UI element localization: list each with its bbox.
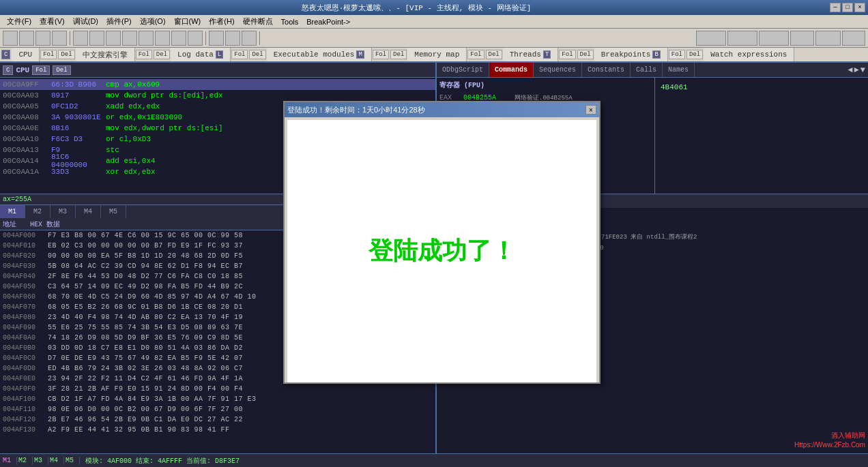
status-tab-m4[interactable]: M4 <box>50 457 64 464</box>
sec-tab-calls[interactable]: Calls <box>631 63 663 77</box>
nav-tab-memory-map[interactable]: Memory map <box>407 48 467 61</box>
toolbar-pause[interactable]: ⏸ <box>19 31 34 46</box>
sec-tab-oddbgscript[interactable]: ODbgScript <box>437 63 489 77</box>
popup-title: 登陆成功！剩余时间：1天0小时41分28秒 <box>287 105 425 115</box>
cpu-c-indicator[interactable]: C <box>1 50 10 59</box>
popup-close-button[interactable]: × <box>585 105 596 115</box>
popup-dialog[interactable]: 登陆成功！剩余时间：1天0小时41分28秒 × 登陆成功了！ <box>283 101 601 384</box>
nav-left-arrow[interactable]: ◄ <box>848 65 852 75</box>
nav-tab-cpu[interactable]: CPU <box>12 48 40 61</box>
menu-item-options[interactable]: 选项(O) <box>136 16 170 27</box>
toolbar-sep-3 <box>259 31 260 45</box>
code-line[interactable]: 00C0A9FF66:3D B906cmp ax,0x609 <box>0 79 435 90</box>
data-row-addr: 004AF050 <box>0 283 48 290</box>
right-toolbar-btn-计算器[interactable]: 计算器 <box>696 31 726 46</box>
menu-item-debug[interactable]: 调试(D) <box>69 16 102 27</box>
menu-item-view[interactable]: 查看(V) <box>35 16 69 27</box>
bottom-tab-m5[interactable]: M5 <box>101 205 126 218</box>
bottom-tab-m2[interactable]: M2 <box>25 205 50 218</box>
nav-tab-log[interactable]: Log dataL <box>171 48 231 61</box>
toolbar-h[interactable]: H <box>171 31 186 46</box>
cpu-del-btn[interactable]: Del <box>53 65 70 75</box>
secondary-tabs: ODbgScriptCommandsSequencesConstantsCall… <box>437 63 868 78</box>
del-btn-4[interactable]: Del <box>390 50 407 59</box>
maximize-button[interactable]: □ <box>842 3 853 12</box>
right-toolbar-btn-截图[interactable]: 截图 <box>842 31 865 46</box>
toolbar-step-out[interactable]: F <box>106 31 121 46</box>
code-addr: 00C0AA10 <box>0 135 51 143</box>
cpu-fol-btn[interactable]: Fol <box>32 65 50 75</box>
nav-tab-breakpoints[interactable]: BreakpointsB <box>594 48 668 61</box>
sec-tab-sequences[interactable]: Sequences <box>534 63 582 77</box>
toolbar-step-over[interactable]: E <box>89 31 104 46</box>
toolbar-run[interactable]: ▶ <box>3 31 18 46</box>
bottom-tab-m1[interactable]: M1 <box>0 205 25 218</box>
right-toolbar-btn-UDD[interactable]: UDD <box>790 31 815 46</box>
menu-item-tools[interactable]: Tools <box>277 17 303 27</box>
data-row: 004AF0F03F 28 21 2B AF F9 E0 15 91 24 8D… <box>0 384 435 394</box>
popup-message: 登陆成功了！ <box>368 235 516 268</box>
watermark: 酒入辅助网 Https://Www.2Fzb.Com <box>794 431 865 450</box>
menu-item-breakpoint[interactable]: BreakPoint-> <box>302 17 354 27</box>
toolbar-c[interactable]: C <box>188 31 203 46</box>
minimize-button[interactable]: ─ <box>830 3 841 12</box>
menu-item-plugins[interactable]: 插件(P) <box>102 16 136 27</box>
close-button[interactable]: × <box>854 3 865 12</box>
toolbar-t[interactable]: T <box>139 31 154 46</box>
status-tab-m2[interactable]: M2 <box>18 457 33 464</box>
fol-btn-5[interactable]: Fol <box>467 50 484 59</box>
code-hex: 8B16 <box>51 124 106 132</box>
data-row-addr: 004AF0E0 <box>0 375 48 382</box>
status-tab-m3[interactable]: M3 <box>34 457 48 464</box>
code-line[interactable]: 00C0AA038917mov dword ptr ds:[edi],edx <box>0 90 435 101</box>
toolbar-m[interactable]: M <box>122 31 137 46</box>
toolbar-restart[interactable]: ↺ <box>35 31 50 46</box>
fol-btn-7[interactable]: Fol <box>669 50 685 59</box>
toolbar-k[interactable]: K <box>209 31 224 46</box>
nav-right-arrow[interactable]: ► <box>854 65 859 75</box>
cpu-indicator[interactable]: C <box>3 65 13 75</box>
toolbar-step-in[interactable]: L <box>73 31 88 46</box>
menu-item-file[interactable]: 文件(F) <box>3 16 35 27</box>
right-toolbar-btn-注册表[interactable]: 注册表 <box>759 31 789 46</box>
menu-item-author[interactable]: 作者(H) <box>205 16 238 27</box>
right-toolbar-btn-记事本[interactable]: 记事本 <box>727 31 757 46</box>
toolbar-close[interactable]: ✕ <box>52 31 67 46</box>
del-btn-5[interactable]: Del <box>486 50 502 59</box>
status-tab-m5[interactable]: M5 <box>66 457 80 464</box>
fol-btn-2[interactable]: Fol <box>136 50 152 59</box>
code-hex: 81C6 04000000 <box>51 153 106 169</box>
status-tab-m1[interactable]: M1 <box>3 457 17 464</box>
menu-item-breakpoints[interactable]: 硬件断点 <box>239 16 277 27</box>
bottom-tab-m4[interactable]: M4 <box>76 205 101 218</box>
nav-tab-zhongwen[interactable]: 中文搜索引擎 <box>76 48 135 61</box>
nav-tab-threads[interactable]: ThreadsT <box>503 48 559 61</box>
toolbar-r[interactable]: R <box>242 31 257 46</box>
fol-btn-3[interactable]: Fol <box>231 50 248 59</box>
sec-tab-constants[interactable]: Constants <box>582 63 631 77</box>
fol-btn-4[interactable]: Fol <box>373 50 389 59</box>
fol-btn-1[interactable]: Fol <box>40 50 57 59</box>
menu-item-window[interactable]: 窗口(W) <box>170 16 205 27</box>
code-hex: F6C3 D3 <box>51 135 106 143</box>
nav-down-arrow[interactable]: ▼ <box>860 65 865 75</box>
right-toolbar-btn-CMD[interactable]: CMD <box>815 31 841 46</box>
nav-tab-exec-modules[interactable]: Executable modulesM <box>267 48 372 61</box>
toolbar-b[interactable]: B <box>225 31 240 46</box>
status-info: 模块: 4AF000 结束: 4AFFFF 当前值: D8F3E7 <box>85 456 240 466</box>
code-addr: 00C0AA1A <box>0 168 51 176</box>
nav-tab-watch-expr[interactable]: Watch expressions <box>704 48 794 61</box>
toolbar-w[interactable]: W <box>155 31 170 46</box>
del-btn-7[interactable]: Del <box>686 50 703 59</box>
del-btn-2[interactable]: Del <box>154 50 170 59</box>
sec-tab-names[interactable]: Names <box>663 63 695 77</box>
bottom-tab-m3[interactable]: M3 <box>50 205 76 218</box>
cpu-panel-header: C CPU Fol Del <box>0 63 435 78</box>
code-asm: cmp ax,0x609 <box>106 80 435 89</box>
del-btn-3[interactable]: Del <box>249 50 265 59</box>
fol-btn-6[interactable]: Fol <box>559 50 575 59</box>
del-btn-1[interactable]: Del <box>58 50 74 59</box>
data-row: 004AF100CB D2 1F A7 FD 4A 84 E9 3A 1B 00… <box>0 394 435 404</box>
del-btn-6[interactable]: Del <box>577 50 594 59</box>
sec-tab-commands[interactable]: Commands <box>489 63 534 77</box>
